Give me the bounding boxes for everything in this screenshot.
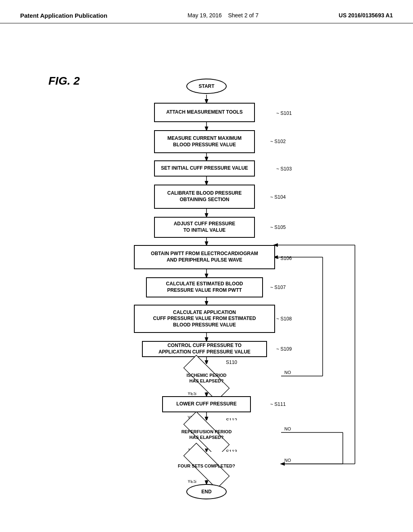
s103-box: SET INITIAL CUFF PRESSURE VALUE [154, 160, 255, 177]
svg-text:~ S109: ~ S109 [276, 346, 292, 352]
svg-text:~ S107: ~ S107 [270, 285, 286, 290]
s111-box: LOWER CUFF PRESSURE [162, 396, 251, 412]
header-center: May 19, 2016 Sheet 2 of 7 [188, 12, 259, 19]
s107-box: CALCULATE ESTIMATED BLOOD PRESSURE VALUE… [146, 277, 263, 297]
svg-text:NO: NO [284, 458, 291, 463]
page-header: Patent Application Publication May 19, 2… [0, 0, 413, 23]
s108-box: CALCULATE APPLICATION CUFF PRESSURE VALU… [134, 305, 275, 333]
s102-box: MEASURE CURRENT MAXIMUM BLOOD PRESSURE V… [154, 130, 255, 153]
svg-text:NO: NO [284, 426, 291, 431]
s112-diamond: REPERFUSION PERIOD HAS ELAPSED? [170, 420, 243, 449]
start-node: START [186, 79, 227, 94]
svg-text:~ S103: ~ S103 [276, 166, 292, 172]
svg-text:~ S105: ~ S105 [270, 224, 286, 230]
svg-text:~ S104: ~ S104 [270, 194, 286, 200]
svg-text:~ S108: ~ S108 [276, 316, 292, 322]
svg-text:~ S102: ~ S102 [270, 139, 286, 144]
s106-box: OBTAIN PWTT FROM ELECTROCARDIOGRAM AND P… [134, 245, 275, 269]
s109-box: CONTROL CUFF PRESSURE TO APPLICATION CUF… [142, 341, 267, 357]
s110-diamond: ISCHEMIC PERIOD HAS ELAPSED? [170, 364, 243, 392]
s113-diamond: FOUR SETS COMPLETED? [170, 452, 243, 480]
header-right: US 2016/0135693 A1 [339, 12, 393, 19]
s105-box: ADJUST CUFF PRESSURE TO INITIAL VALUE [154, 217, 255, 238]
end-node: END [186, 484, 227, 499]
s101-box: ATTACH MEASUREMENT TOOLS [154, 103, 255, 122]
s104-box: CALIBRATE BLOOD PRESSURE OBTAINING SECTI… [154, 185, 255, 209]
svg-text:~ S111: ~ S111 [270, 401, 286, 407]
flowchart-diagram: NO NO NO YES YES YES YES ~ S101 ~ S102 ~… [0, 62, 413, 526]
svg-text:~ S101: ~ S101 [276, 110, 292, 116]
svg-text:NO: NO [284, 370, 291, 375]
svg-text:~ S106: ~ S106 [276, 256, 292, 261]
header-left: Patent Application Publication [20, 12, 107, 19]
